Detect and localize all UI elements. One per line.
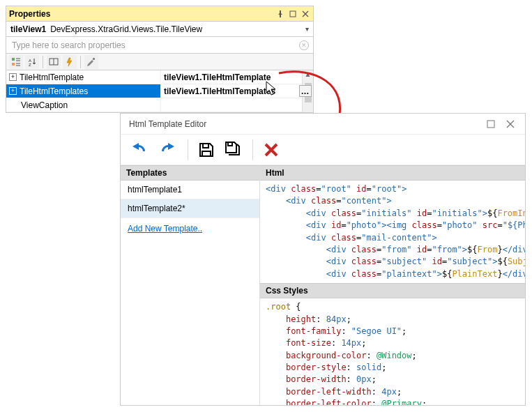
svg-rect-2: [12, 63, 15, 66]
property-value[interactable]: tileView1.TileHtmlTemplate: [161, 70, 313, 84]
property-row[interactable]: +TileHtmlTemplatestileView1.TileHtmlTemp…: [6, 84, 313, 98]
undo-icon[interactable]: [129, 142, 149, 158]
html-template-editor: Html Template Editor Templates htmlTempl: [120, 113, 526, 406]
delete-icon[interactable]: [263, 142, 280, 158]
properties-panel: Properties tileView1 DevExpress.XtraGrid…: [6, 6, 314, 113]
events-icon[interactable]: [63, 55, 77, 69]
categorized-icon[interactable]: [9, 55, 23, 69]
properties-titlebar: Properties: [6, 6, 313, 22]
svg-rect-0: [290, 11, 296, 17]
html-code-editor[interactable]: <div class="root" id="root"> <div class=…: [260, 181, 525, 283]
property-value[interactable]: tileView1.TileHtmlTemplates…: [161, 84, 313, 98]
svg-text:Z: Z: [29, 63, 31, 67]
maximize-icon[interactable]: [485, 118, 497, 130]
expand-icon[interactable]: +: [9, 87, 17, 95]
feature-browser-icon[interactable]: [47, 55, 61, 69]
svg-rect-10: [228, 142, 232, 146]
clear-search-icon[interactable]: ✕: [299, 40, 309, 50]
property-row[interactable]: +TileHtmlTemplatetileView1.TileHtmlTempl…: [6, 70, 313, 84]
templates-header: Templates: [121, 165, 259, 181]
object-name: tileView1: [10, 24, 46, 34]
property-name: TileHtmlTemplates: [20, 86, 88, 96]
template-item[interactable]: htmlTemplate2*: [121, 199, 259, 218]
editor-toolbar: [121, 135, 525, 165]
property-value[interactable]: [161, 98, 313, 112]
property-name: TileHtmlTemplate: [20, 73, 84, 82]
property-row[interactable]: ViewCaption: [6, 98, 313, 112]
expand-icon[interactable]: +: [9, 73, 17, 81]
editor-title: Html Template Editor: [129, 119, 478, 129]
svg-rect-6: [93, 58, 95, 60]
svg-rect-9: [202, 151, 211, 156]
pin-icon[interactable]: [275, 9, 285, 19]
window-state-icon[interactable]: [288, 9, 298, 19]
template-item[interactable]: htmlTemplate1: [121, 181, 259, 199]
close-icon[interactable]: [504, 118, 517, 130]
ellipsis-button[interactable]: …: [299, 85, 312, 97]
search-row: ✕: [6, 37, 313, 54]
editor-titlebar: Html Template Editor: [121, 114, 525, 135]
object-selector[interactable]: tileView1 DevExpress.XtraGrid.Views.Tile…: [6, 22, 313, 37]
svg-rect-8: [203, 144, 208, 148]
alphabetical-icon[interactable]: AZ: [25, 55, 39, 69]
save-icon[interactable]: [198, 142, 215, 158]
html-header: Html: [260, 165, 525, 181]
css-code-editor[interactable]: .root { height: 84px; font-family: "Sego…: [260, 298, 525, 405]
svg-rect-1: [12, 58, 15, 61]
css-header: Css Styles: [260, 283, 525, 298]
redo-icon[interactable]: [158, 142, 178, 158]
object-type: DevExpress.XtraGrid.Views.Tile.TileView: [50, 24, 202, 34]
add-new-template-link[interactable]: Add New Template..: [121, 218, 259, 239]
property-grid: ▲ +TileHtmlTemplatetileView1.TileHtmlTem…: [6, 70, 313, 112]
properties-toolbar: AZ: [6, 54, 313, 70]
property-name: ViewCaption: [21, 100, 68, 110]
close-icon[interactable]: [301, 9, 310, 19]
chevron-down-icon: ▾: [305, 25, 309, 33]
settings-icon[interactable]: [84, 55, 98, 69]
templates-sidebar: Templates htmlTemplate1htmlTemplate2* Ad…: [121, 165, 260, 405]
save-all-icon[interactable]: [225, 141, 243, 159]
panel-title: Properties: [9, 9, 50, 19]
svg-rect-7: [487, 121, 494, 128]
search-input[interactable]: [10, 40, 299, 51]
